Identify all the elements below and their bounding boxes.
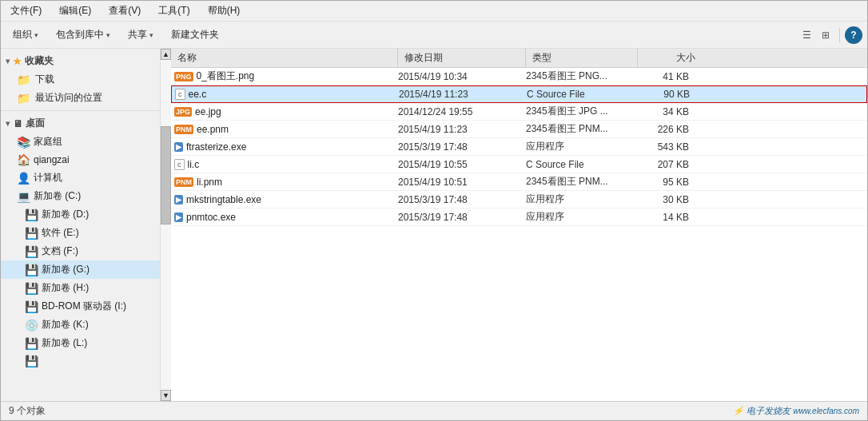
file-date: 2015/4/19 11:23	[392, 89, 520, 100]
user-icon: 👤	[17, 172, 30, 185]
scroll-thumb[interactable]	[161, 126, 171, 225]
file-icon: PNM	[174, 177, 193, 187]
sidebar-favorites-header[interactable]: ▾ ★ 收藏夹	[1, 52, 160, 70]
sidebar-item-drive-d[interactable]: 💾 软件 (E:)	[1, 224, 160, 242]
sidebar-item-homegroup[interactable]: 🏠 qiangzai	[1, 151, 160, 169]
file-size: 14 KB	[631, 212, 695, 223]
scroll-track[interactable]	[161, 60, 171, 390]
file-icon: PNG	[174, 72, 193, 81]
organize-button[interactable]: 组织 ▾	[6, 25, 46, 45]
scroll-up-btn[interactable]: ▲	[161, 49, 171, 60]
file-date: 2015/3/19 17:48	[392, 141, 520, 153]
scroll-down-btn[interactable]: ▼	[161, 390, 171, 401]
sidebar-item-label: 下载	[35, 73, 54, 86]
col-size-header[interactable]: 大小	[638, 49, 702, 67]
file-date: 2015/3/19 17:48	[392, 194, 520, 205]
table-row[interactable]: PNG 0_看图王.png 2015/4/19 10:34 2345看图王 PN…	[171, 68, 867, 85]
file-date: 2015/4/19 10:55	[392, 159, 520, 170]
file-list: PNG 0_看图王.png 2015/4/19 10:34 2345看图王 PN…	[171, 68, 867, 401]
drive-icon: 💾	[25, 300, 38, 313]
menu-help[interactable]: 帮助(H)	[203, 2, 245, 19]
new-folder-button[interactable]: 新建文件夹	[164, 25, 226, 45]
file-size: 30 KB	[631, 194, 695, 205]
window: 文件(F) 编辑(E) 查看(V) 工具(T) 帮助(H) 组织 ▾ 包含到库中…	[0, 0, 868, 421]
table-row[interactable]: ▶ ftrasterize.exe 2015/3/19 17:48 应用程序 5…	[171, 138, 867, 156]
sidebar-item-drive-k[interactable]: 💾 新加卷 (L:)	[1, 334, 160, 352]
table-row[interactable]: c ee.c 2015/4/19 11:23 C Source File 90 …	[171, 85, 867, 103]
file-date: 2014/12/24 19:55	[392, 106, 520, 117]
file-date: 2015/4/19 11:23	[392, 124, 520, 135]
sidebar-item-user[interactable]: 👤 计算机	[1, 169, 160, 187]
file-name: PNG 0_看图王.png	[174, 70, 392, 83]
view-list-button[interactable]: ☰	[798, 26, 815, 44]
sidebar-scrollbar[interactable]: ▲ ▼	[161, 49, 171, 401]
file-name: PNM ee.pnm	[174, 124, 392, 135]
sidebar-item-recent[interactable]: 📁 最近访问的位置	[1, 89, 160, 107]
file-date: 2015/3/19 17:48	[392, 212, 520, 223]
sidebar-item-label: 软件 (E:)	[42, 226, 79, 240]
menu-view[interactable]: 查看(V)	[104, 2, 145, 19]
sidebar-item-label: BD-ROM 驱动器 (I:)	[42, 300, 126, 313]
file-type: 应用程序	[520, 140, 631, 153]
file-name: JPG ee.jpg	[174, 106, 392, 117]
view-grid-button[interactable]: ⊞	[817, 26, 834, 44]
sidebar-item-label: 最近访问的位置	[35, 91, 102, 105]
include-label: 包含到库中	[56, 28, 104, 42]
help-button[interactable]: ?	[845, 26, 862, 44]
menubar: 文件(F) 编辑(E) 查看(V) 工具(T) 帮助(H)	[1, 1, 867, 22]
sidebar-item-drive-l[interactable]: 💾	[1, 352, 160, 370]
sidebar-item-drive-h[interactable]: 💾 BD-ROM 驱动器 (I:)	[1, 297, 160, 316]
share-button[interactable]: 共享 ▾	[121, 25, 161, 45]
file-type: 2345看图王 PNM...	[520, 122, 631, 136]
toolbar: 组织 ▾ 包含到库中 ▾ 共享 ▾ 新建文件夹 ☰ ⊞ ?	[1, 22, 867, 49]
menu-tools[interactable]: 工具(T)	[153, 2, 194, 19]
desktop-arrow: ▾	[6, 119, 10, 128]
sidebar: ▾ ★ 收藏夹 📁 下载 📁 最近访问的位置 ▾ 🖥 桌面 📚 家庭组	[1, 49, 161, 401]
table-row[interactable]: ▶ pnmtoc.exe 2015/3/19 17:48 应用程序 14 KB	[171, 209, 867, 226]
sidebar-desktop-header[interactable]: ▾ 🖥 桌面	[1, 114, 160, 133]
file-size: 226 KB	[631, 124, 695, 135]
sidebar-item-label: 新加卷 (H:)	[42, 281, 89, 295]
sidebar-item-label: 新加卷 (C:)	[34, 189, 81, 203]
table-row[interactable]: c li.c 2015/4/19 10:55 C Source File 207…	[171, 156, 867, 173]
table-row[interactable]: JPG ee.jpg 2014/12/24 19:55 2345看图王 JPG …	[171, 103, 867, 121]
share-label: 共享	[128, 28, 147, 42]
file-size: 41 KB	[631, 71, 695, 82]
col-type-header[interactable]: 类型	[526, 49, 638, 67]
sidebar-item-drive-g[interactable]: 💾 新加卷 (H:)	[1, 279, 160, 297]
sidebar-item-label: 新加卷 (L:)	[42, 336, 87, 350]
table-row[interactable]: PNM ee.pnm 2015/4/19 11:23 2345看图王 PNM..…	[171, 121, 867, 138]
sidebar-item-label: 文档 (F:)	[42, 244, 78, 258]
sidebar-item-drive-i[interactable]: 💿 新加卷 (K:)	[1, 316, 160, 334]
table-row[interactable]: ▶ mkstringtable.exe 2015/3/19 17:48 应用程序…	[171, 191, 867, 209]
sidebar-item-drive-c[interactable]: 💾 新加卷 (D:)	[1, 205, 160, 224]
sidebar-item-library[interactable]: 📚 家庭组	[1, 133, 160, 151]
file-size: 34 KB	[631, 106, 695, 117]
drive-icon: 💾	[25, 282, 38, 295]
drive-icon: 💾	[25, 264, 38, 276]
sidebar-item-computer[interactable]: 💻 新加卷 (C:)	[1, 187, 160, 205]
share-chevron: ▾	[149, 31, 153, 39]
main-content: ▾ ★ 收藏夹 📁 下载 📁 最近访问的位置 ▾ 🖥 桌面 📚 家庭组	[1, 49, 867, 401]
file-icon: ▶	[174, 212, 183, 222]
file-size: 207 KB	[631, 159, 695, 170]
sidebar-item-label: 新加卷 (D:)	[42, 208, 89, 221]
homegroup-icon: 🏠	[17, 153, 30, 166]
table-row[interactable]: PNM li.pnm 2015/4/19 10:51 2345看图王 PNM..…	[171, 173, 867, 191]
col-date-header[interactable]: 修改日期	[398, 49, 526, 67]
menu-file[interactable]: 文件(F)	[6, 2, 46, 19]
include-chevron: ▾	[106, 31, 110, 39]
sidebar-item-drive-f[interactable]: 💾 新加卷 (G:)	[1, 260, 160, 279]
sidebar-divider-1	[1, 110, 160, 111]
sidebar-item-downloads[interactable]: 📁 下载	[1, 70, 160, 89]
file-icon: ▶	[174, 195, 183, 205]
include-button[interactable]: 包含到库中 ▾	[49, 25, 117, 45]
drive-icon: 💾	[25, 337, 38, 350]
sidebar-item-drive-e[interactable]: 💾 文档 (F:)	[1, 242, 160, 260]
drive-icon: 💾	[25, 355, 38, 367]
file-date: 2015/4/19 10:34	[392, 71, 520, 82]
menu-edit[interactable]: 编辑(E)	[54, 2, 96, 19]
col-name-header[interactable]: 名称	[174, 49, 398, 67]
folder-icon: 📁	[17, 92, 30, 105]
file-name: c li.c	[174, 159, 392, 170]
